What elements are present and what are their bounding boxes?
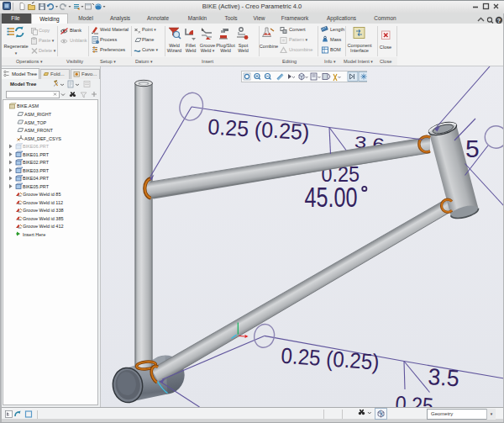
svg-text:45.00: 45.00 <box>305 182 358 213</box>
svg-text:3.5: 3.5 <box>428 363 460 392</box>
svg-text:0.25: 0.25 <box>394 391 433 407</box>
svg-text:5: 5 <box>465 135 480 162</box>
svg-text:?: ? <box>497 18 501 24</box>
